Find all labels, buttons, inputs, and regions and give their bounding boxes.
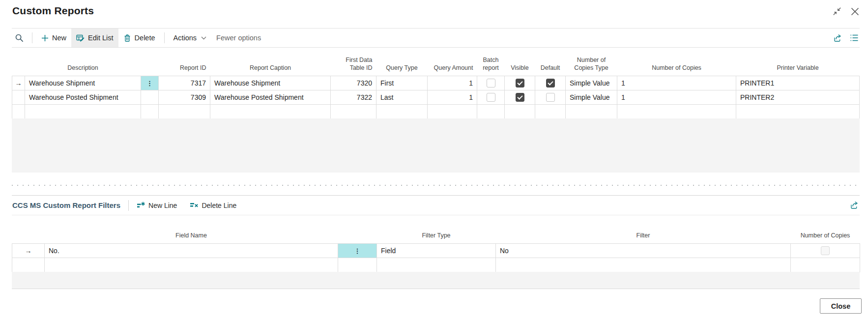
close-icon[interactable]: [849, 6, 860, 17]
delete-button[interactable]: Delete: [118, 29, 160, 47]
column-header-report-id[interactable]: Report ID: [159, 55, 210, 76]
column-header-number-of-copies[interactable]: Number of Copies: [791, 223, 860, 243]
number-of-copies-type-cell[interactable]: [566, 104, 617, 118]
actions-menu-label: Actions: [174, 34, 197, 42]
column-header-query-amount[interactable]: Query Amount: [428, 55, 477, 76]
number-of-copies-cell[interactable]: 1: [617, 76, 736, 90]
number-of-copies-type-cell[interactable]: Simple Value: [566, 76, 617, 90]
part-separator: [12, 185, 860, 186]
search-button[interactable]: [12, 29, 28, 47]
chevron-down-icon: [201, 36, 206, 40]
visible-cell[interactable]: [505, 104, 535, 118]
number-of-copies-cell[interactable]: 1: [617, 90, 736, 104]
column-header-number-of-copies[interactable]: Number of Copies: [617, 55, 736, 76]
number-of-copies-checkbox[interactable]: [821, 246, 830, 255]
column-header-number-of-copies-type[interactable]: Number of Copies Type: [566, 55, 617, 76]
query-type-cell[interactable]: [376, 104, 428, 118]
default-checkbox[interactable]: [546, 93, 555, 102]
report-id-cell[interactable]: 7309: [159, 90, 210, 104]
row-menu-button[interactable]: ⋮: [338, 243, 377, 258]
filter-cell[interactable]: [496, 258, 791, 272]
number-of-copies-cell[interactable]: [791, 258, 860, 272]
field-name-cell[interactable]: No.: [45, 243, 338, 258]
number-of-copies-type-cell[interactable]: Simple Value: [566, 90, 617, 104]
section-divider: [128, 200, 129, 211]
query-amount-cell[interactable]: 1: [428, 76, 477, 90]
default-checkbox[interactable]: [546, 79, 555, 87]
delete-line-button-label: Delete Line: [202, 202, 236, 209]
new-button[interactable]: New: [36, 29, 71, 47]
report-id-cell[interactable]: [159, 104, 210, 118]
table-empty-area: [12, 118, 860, 173]
description-cell[interactable]: Warehouse Shipment: [25, 76, 141, 90]
field-name-cell[interactable]: [45, 258, 338, 272]
column-header-field-name[interactable]: Field Name: [45, 223, 338, 243]
list-view-icon[interactable]: [850, 34, 859, 42]
column-header-query-type[interactable]: Query Type: [376, 55, 428, 76]
column-header-default[interactable]: Default: [535, 55, 566, 76]
batch-report-cell[interactable]: [477, 104, 505, 118]
column-header-row-menu: [141, 55, 159, 76]
table-row-empty: [12, 258, 860, 272]
number-of-copies-cell[interactable]: [617, 104, 736, 118]
row-menu-cell[interactable]: [338, 258, 377, 272]
query-amount-cell[interactable]: [428, 104, 477, 118]
toolbar-divider: [164, 32, 165, 43]
filter-type-cell[interactable]: [377, 258, 496, 272]
row-menu-cell[interactable]: [141, 90, 159, 104]
plus-icon: [41, 34, 49, 42]
search-icon: [15, 33, 24, 43]
report-caption-cell[interactable]: Warehouse Posted Shipment: [210, 90, 331, 104]
first-data-table-id-cell[interactable]: 7322: [331, 90, 376, 104]
actions-menu-button[interactable]: Actions: [169, 29, 212, 47]
new-line-icon: [137, 202, 145, 209]
close-button[interactable]: Close: [820, 298, 862, 314]
row-menu-cell[interactable]: [141, 104, 159, 118]
printer-variable-cell[interactable]: [736, 104, 860, 118]
column-header-report-caption[interactable]: Report Caption: [210, 55, 331, 76]
visible-checkbox[interactable]: [516, 79, 524, 87]
share-icon[interactable]: [833, 33, 842, 43]
filter-cell[interactable]: No: [496, 243, 791, 258]
fewer-options-button[interactable]: Fewer options: [211, 29, 266, 47]
column-header-filter[interactable]: Filter: [496, 223, 791, 243]
column-header-row-menu: [338, 223, 377, 243]
first-data-table-id-cell[interactable]: [331, 104, 376, 118]
visible-checkbox[interactable]: [516, 93, 524, 102]
default-cell[interactable]: [535, 104, 566, 118]
column-header-visible[interactable]: Visible: [505, 55, 535, 76]
report-caption-cell[interactable]: Warehouse Shipment: [210, 76, 331, 90]
filter-type-cell[interactable]: Field: [377, 243, 496, 258]
report-id-cell[interactable]: 7317: [159, 76, 210, 90]
page-title: Custom Reports: [12, 5, 94, 17]
batch-report-checkbox[interactable]: [487, 79, 495, 87]
printer-variable-cell[interactable]: PRINTER2: [736, 90, 860, 104]
row-menu-icon: ⋮: [146, 80, 153, 87]
column-header-batch-report[interactable]: Batch report: [477, 55, 505, 76]
batch-report-checkbox[interactable]: [487, 93, 495, 102]
trash-icon: [123, 34, 131, 42]
new-line-button[interactable]: New Line: [137, 202, 177, 209]
column-header-filter-type[interactable]: Filter Type: [377, 223, 496, 243]
report-caption-cell[interactable]: [210, 104, 331, 118]
table-row: Warehouse Posted Shipment 7309 Warehouse…: [12, 90, 860, 104]
description-cell[interactable]: [25, 104, 141, 118]
description-cell[interactable]: Warehouse Posted Shipment: [25, 90, 141, 104]
number-of-copies-cell: [791, 243, 860, 258]
column-header-printer-variable[interactable]: Printer Variable: [736, 55, 860, 76]
printer-variable-cell[interactable]: PRINTER1: [736, 76, 860, 90]
query-amount-cell[interactable]: 1: [428, 90, 477, 104]
query-type-cell[interactable]: Last: [376, 90, 428, 104]
collapse-window-icon[interactable]: [832, 6, 842, 17]
edit-list-button[interactable]: Edit List: [71, 29, 118, 47]
filters-share-icon[interactable]: [849, 201, 860, 210]
query-type-cell[interactable]: First: [376, 76, 428, 90]
column-header-description[interactable]: Description: [25, 55, 141, 76]
column-header-first-data-table-id[interactable]: First Data Table ID: [331, 55, 376, 76]
table-header-row: Field Name Filter Type Filter Number of …: [12, 223, 860, 243]
visible-cell: [505, 76, 535, 90]
row-menu-button[interactable]: ⋮: [141, 76, 159, 90]
first-data-table-id-cell[interactable]: 7320: [331, 76, 376, 90]
table-header-row: Description Report ID Report Caption Fir…: [12, 55, 860, 76]
delete-line-button[interactable]: Delete Line: [190, 202, 236, 209]
